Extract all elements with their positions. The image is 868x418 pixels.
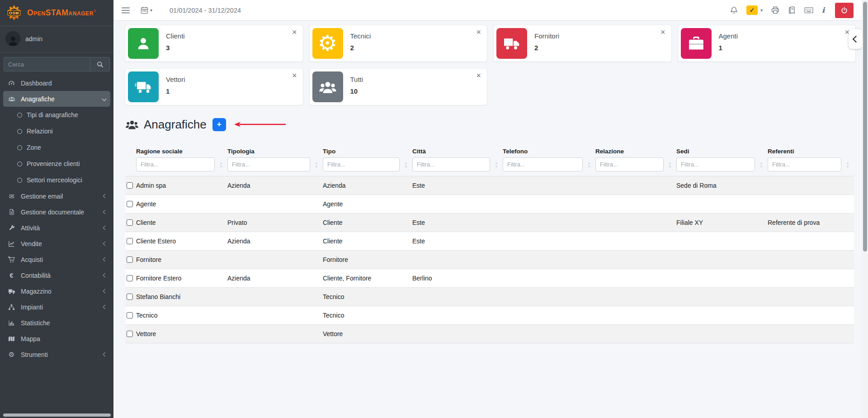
info-button[interactable]: i xyxy=(822,6,825,14)
sidebar-item-dashboard[interactable]: Dashboard xyxy=(0,75,113,91)
truck-icon xyxy=(496,28,527,59)
todo-check-button[interactable]: ✓ xyxy=(746,5,758,15)
sidebar-item-strumenti[interactable]: ⚙ Strumenti xyxy=(0,347,113,362)
sidebar-item-statistiche[interactable]: Statistiche xyxy=(0,315,113,331)
filter-input-telefono[interactable] xyxy=(503,157,583,171)
column-label[interactable]: Tipo xyxy=(323,148,400,155)
sidebar-item-vendite[interactable]: Vendite xyxy=(0,236,113,252)
sort-arrows-icon[interactable]: ▲▼ xyxy=(495,162,498,168)
anagrafiche-submenu: Tipi di anagrafiche Relazioni Zone Prove… xyxy=(0,107,113,188)
sidebar-item-mappa[interactable]: Mappa xyxy=(0,331,113,347)
sidebar-item-anagrafiche[interactable]: Anagrafiche xyxy=(3,91,110,107)
sidebar-item-label: Zone xyxy=(27,144,41,151)
column-tipologia: Tipologia ▲▼ xyxy=(227,148,323,171)
sidebar-item-settori-merceologici[interactable]: Settori merceologici xyxy=(0,172,113,188)
filter-input-referenti[interactable] xyxy=(768,157,841,171)
hamburger-menu-button[interactable] xyxy=(122,7,130,14)
search-input[interactable] xyxy=(4,57,90,71)
widget-tecnici[interactable]: ⚙ Tecnici 2 × xyxy=(310,25,487,62)
sort-arrows-icon[interactable]: ▲▼ xyxy=(219,162,223,168)
filter-input-citta[interactable] xyxy=(412,157,490,171)
page-scrollbar-thumb[interactable] xyxy=(863,2,867,252)
column-label[interactable]: Telefono xyxy=(503,148,583,155)
widgets-collapse-button[interactable] xyxy=(849,29,862,49)
sidebar-item-acquisti[interactable]: Acquisti xyxy=(0,252,113,267)
power-logout-button[interactable] xyxy=(835,3,854,18)
bell-notifications-button[interactable] xyxy=(730,6,738,14)
filter-input-tipologia[interactable] xyxy=(227,157,310,171)
date-range[interactable]: 01/01/2024 - 31/12/2024 xyxy=(170,7,241,14)
sidebar-item-contabilita[interactable]: € Contabilità xyxy=(0,267,113,283)
brand[interactable]: ⚙OSM OpenSTAManager® xyxy=(0,0,113,26)
table-row[interactable]: Cliente EsteroAziendaClienteEste xyxy=(125,232,854,250)
main-content: Clienti 3 × ⚙ Tecnici 2 × Fornitori 2 × … xyxy=(113,20,862,418)
row-checkbox[interactable] xyxy=(127,256,133,263)
filter-input-tipo[interactable] xyxy=(323,157,400,171)
todo-dropdown[interactable]: ✓ ▾ xyxy=(746,5,763,15)
filter-input-sedi[interactable] xyxy=(676,157,755,171)
print-button[interactable] xyxy=(771,6,779,14)
sidebar-item-relazioni[interactable]: Relazioni xyxy=(0,123,113,139)
column-label[interactable]: Tipologia xyxy=(227,148,310,155)
close-icon[interactable]: × xyxy=(292,71,297,80)
table-row[interactable]: VettoreVettore xyxy=(125,324,854,343)
sidebar-item-magazzino[interactable]: Magazzino xyxy=(0,283,113,299)
truck-icon xyxy=(128,71,159,102)
sidebar-item-provenienze-clienti[interactable]: Provenienze clienti xyxy=(0,156,113,172)
column-label[interactable]: Ragione sociale xyxy=(136,148,215,155)
sort-arrows-icon[interactable]: ▲▼ xyxy=(668,162,672,168)
sidebar-item-label: Settori merceologici xyxy=(27,176,82,184)
row-checkbox[interactable] xyxy=(127,219,133,226)
sort-arrows-icon[interactable]: ▲▼ xyxy=(315,162,318,168)
sidebar-item-gestione-email[interactable]: ✉ Gestione email xyxy=(0,188,113,204)
table-row[interactable]: TecnicoTecnico xyxy=(125,306,854,324)
widget-agenti[interactable]: Agenti 1 × xyxy=(678,25,856,62)
row-checkbox[interactable] xyxy=(127,201,133,207)
row-checkbox[interactable] xyxy=(127,294,133,300)
column-label[interactable]: Referenti xyxy=(768,148,841,155)
filter-input-ragione-sociale[interactable] xyxy=(136,157,215,171)
row-checkbox[interactable] xyxy=(127,238,133,244)
search-button[interactable] xyxy=(90,57,110,71)
sort-arrows-icon[interactable]: ▲▼ xyxy=(760,162,763,168)
add-record-button[interactable]: + xyxy=(212,118,226,131)
sort-arrows-icon[interactable]: ▲▼ xyxy=(404,162,408,168)
close-icon[interactable]: × xyxy=(292,28,297,36)
sidebar-item-impianti[interactable]: Impianti xyxy=(0,299,113,315)
sidebar-horizontal-scrollbar[interactable] xyxy=(3,413,111,417)
keyboard-shortcuts-button[interactable] xyxy=(804,7,813,14)
table-row[interactable]: ClientePrivatoClienteEsteFiliale XYRefer… xyxy=(125,213,854,232)
widget-vettori[interactable]: Vettori 1 × xyxy=(125,69,303,105)
column-label[interactable]: Relazione xyxy=(595,148,664,155)
user-avatar[interactable] xyxy=(5,31,20,46)
row-checkbox[interactable] xyxy=(127,182,133,189)
column-label[interactable]: Città xyxy=(412,148,490,155)
table-row[interactable]: Stefano BianchiTecnico xyxy=(125,287,854,306)
column-label[interactable]: Sedi xyxy=(676,148,755,155)
row-checkbox[interactable] xyxy=(127,312,133,318)
table-row[interactable]: Fornitore EsteroAziendaCliente, Fornitor… xyxy=(125,269,854,287)
page-scrollbar[interactable] xyxy=(862,0,868,418)
close-icon[interactable]: × xyxy=(476,71,481,80)
sidebar-item-tipi-di-anagrafiche[interactable]: Tipi di anagrafiche xyxy=(0,107,113,123)
chevron-left-icon xyxy=(103,305,108,309)
widget-clienti[interactable]: Clienti 3 × xyxy=(125,25,303,62)
close-icon[interactable]: × xyxy=(660,28,665,36)
widget-fornitori[interactable]: Fornitori 2 × xyxy=(494,25,671,62)
filter-input-relazione[interactable] xyxy=(595,157,664,171)
sidebar-item-attivita[interactable]: Attività xyxy=(0,220,113,236)
envelope-icon: ✉ xyxy=(7,193,16,200)
table-row[interactable]: FornitoreFornitore xyxy=(125,250,854,269)
row-checkbox[interactable] xyxy=(127,331,133,337)
sidebar-item-gestione-documentale[interactable]: Gestione documentale xyxy=(0,204,113,220)
sidebar-item-zone[interactable]: Zone xyxy=(0,139,113,156)
table-row[interactable]: AgenteAgente xyxy=(125,195,854,213)
calendar-dropdown[interactable]: ▾ xyxy=(141,6,152,14)
sort-arrows-icon[interactable]: ▲▼ xyxy=(587,162,591,168)
close-icon[interactable]: × xyxy=(476,28,481,36)
sort-arrows-icon[interactable]: ▲▼ xyxy=(846,162,849,168)
row-checkbox[interactable] xyxy=(127,275,133,281)
manual-button[interactable] xyxy=(788,6,796,14)
widget-tutti[interactable]: Tutti 10 × xyxy=(310,69,487,105)
table-row[interactable]: Admin spaAziendaAziendaEsteSede di Roma xyxy=(125,176,854,195)
